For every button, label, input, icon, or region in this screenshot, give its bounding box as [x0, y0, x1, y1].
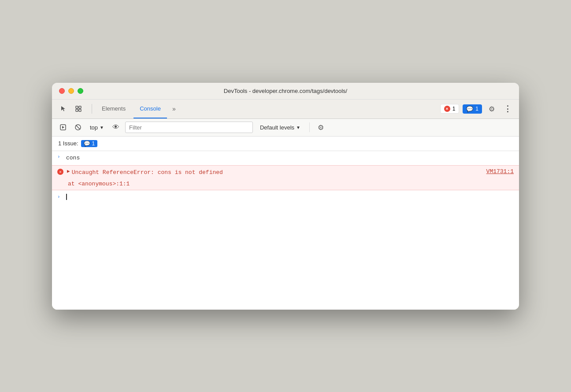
- console-input-line[interactable]: ›: [52, 190, 519, 203]
- console-entry-error[interactable]: ✕ ▶ Uncaught ReferenceError: cons is not…: [52, 165, 519, 190]
- cursor-icon[interactable]: [57, 103, 70, 115]
- minimize-button[interactable]: [68, 88, 74, 94]
- execute-button[interactable]: [57, 122, 69, 133]
- svg-rect-1: [79, 106, 81, 108]
- maximize-button[interactable]: [78, 88, 83, 94]
- top-dropdown[interactable]: top ▼: [87, 123, 107, 132]
- error-main-line: ✕ ▶ Uncaught ReferenceError: cons is not…: [57, 168, 514, 177]
- error-circle-icon: ✕: [57, 169, 63, 175]
- tab-bar-right: ✕ 1 💬 1 ⚙ ⋮: [440, 103, 514, 115]
- error-icon: ✕: [444, 106, 450, 112]
- console-content: › cons ✕ ▶ Uncaught ReferenceError: cons…: [52, 151, 519, 310]
- svg-rect-3: [79, 109, 81, 111]
- error-link[interactable]: VM1731:1: [486, 168, 514, 175]
- settings-icon[interactable]: ⚙: [486, 103, 498, 115]
- console-settings-icon[interactable]: ⚙: [315, 122, 326, 133]
- title-bar: DevTools - developer.chrome.com/tags/dev…: [52, 83, 519, 100]
- window-title: DevTools - developer.chrome.com/tags/dev…: [224, 88, 347, 94]
- toolbar-separator: [309, 122, 310, 132]
- filter-input[interactable]: [125, 122, 253, 133]
- traffic-lights: [59, 88, 83, 94]
- tab-more[interactable]: »: [169, 105, 179, 112]
- issues-message-badge[interactable]: 💬 1: [81, 140, 98, 147]
- eye-button[interactable]: 👁: [110, 122, 122, 133]
- more-options-icon[interactable]: ⋮: [501, 103, 514, 115]
- console-toolbar: top ▼ 👁 Default levels ▼ ⚙: [52, 119, 519, 137]
- svg-marker-5: [62, 126, 64, 129]
- issues-msg-icon: 💬: [84, 141, 90, 147]
- clear-console-button[interactable]: [72, 122, 84, 133]
- console-entry-user-input: › cons: [52, 151, 519, 166]
- prompt-chevron: ›: [57, 194, 63, 200]
- tab-elements[interactable]: Elements: [96, 99, 132, 118]
- svg-rect-2: [76, 109, 78, 111]
- close-button[interactable]: [59, 88, 65, 94]
- error-badge[interactable]: ✕ 1: [440, 104, 460, 114]
- devtools-icons: [57, 103, 85, 115]
- message-badge[interactable]: 💬 1: [463, 104, 482, 114]
- issues-bar: 1 Issue: 💬 1: [52, 137, 519, 151]
- inspect-icon[interactable]: [72, 103, 85, 115]
- error-detail: at <anonymous>:1:1: [57, 181, 130, 187]
- error-message: Uncaught ReferenceError: cons is not def…: [72, 168, 486, 177]
- input-chevron: ›: [57, 154, 63, 159]
- svg-rect-0: [76, 106, 78, 108]
- tab-divider: [92, 104, 92, 114]
- error-expand-icon[interactable]: ▶: [67, 168, 70, 174]
- devtools-window: DevTools - developer.chrome.com/tags/dev…: [52, 83, 519, 310]
- user-input-text: cons: [66, 154, 514, 163]
- tab-bar: Elements Console » ✕ 1 💬 1 ⚙ ⋮: [52, 100, 519, 119]
- svg-line-7: [76, 125, 80, 129]
- cursor: [66, 194, 67, 200]
- tab-console[interactable]: Console: [133, 99, 167, 118]
- default-levels-dropdown[interactable]: Default levels ▼: [256, 123, 304, 132]
- message-icon: 💬: [466, 106, 473, 112]
